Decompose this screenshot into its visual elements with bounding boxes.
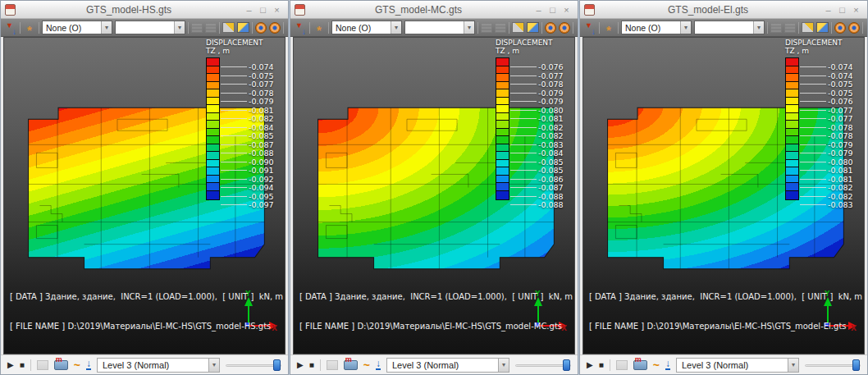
- dynamic-rotate-icon[interactable]: [545, 22, 556, 34]
- annotation-icon[interactable]: *: [313, 21, 326, 34]
- detail-level-dropdown[interactable]: Level 3 (Normal) ▾: [386, 358, 509, 373]
- orbit-icon[interactable]: [784, 23, 796, 33]
- record-video-button[interactable]: m: [344, 360, 358, 370]
- chevron-down-icon[interactable]: ▾: [208, 359, 219, 372]
- annotation-icon[interactable]: *: [23, 21, 36, 34]
- pan-icon[interactable]: [481, 23, 492, 33]
- chevron-down-icon[interactable]: ▾: [680, 21, 691, 34]
- chevron-down-icon[interactable]: ▾: [788, 359, 798, 372]
- minimize-button[interactable]: –: [532, 3, 546, 16]
- frame-slider[interactable]: [805, 358, 861, 373]
- legend-cell: [786, 89, 798, 98]
- result-type-dropdown[interactable]: None (O) ▾: [42, 21, 112, 34]
- legend-edit-icon[interactable]: [512, 22, 524, 33]
- result-type-dropdown[interactable]: None (O) ▾: [621, 21, 692, 34]
- save-image-button[interactable]: [37, 360, 48, 370]
- dynamic-view-icon[interactable]: [269, 22, 281, 34]
- titlebar[interactable]: GTS_model-HS.gts – □ ×: [1, 1, 288, 19]
- graph-button[interactable]: ~: [74, 359, 80, 371]
- chevron-down-icon[interactable]: ▾: [101, 21, 112, 34]
- legend-tick-line: [510, 66, 537, 67]
- step-dropdown[interactable]: ▾: [404, 21, 475, 34]
- toolbar-separator: [252, 22, 253, 34]
- legend-subtitle: TZ , m: [206, 47, 286, 55]
- play-button[interactable]: ▶: [297, 359, 304, 371]
- chevron-down-icon[interactable]: ▾: [464, 21, 474, 34]
- stop-button[interactable]: ■: [20, 359, 25, 371]
- legend-edit-icon[interactable]: [802, 22, 814, 33]
- chevron-down-icon[interactable]: ▾: [174, 21, 185, 34]
- dynamic-rotate-icon[interactable]: [834, 22, 846, 34]
- graph-button[interactable]: ~: [653, 359, 660, 371]
- chevron-down-icon[interactable]: ▾: [753, 21, 764, 34]
- save-image-button[interactable]: [327, 360, 338, 370]
- record-video-button[interactable]: m: [54, 360, 68, 370]
- legend-cell: [207, 113, 219, 121]
- export-button[interactable]: ↓: [665, 359, 670, 370]
- legend-cell: [496, 121, 509, 129]
- legend-value: -0.078: [828, 123, 853, 132]
- legend-label: -0.082: [221, 115, 274, 122]
- legend-edit-icon[interactable]: [222, 22, 235, 33]
- frame-slider[interactable]: [226, 358, 281, 373]
- annotation-icon[interactable]: *: [602, 21, 615, 34]
- close-button[interactable]: ×: [560, 3, 573, 16]
- capture-icon[interactable]: [237, 22, 249, 33]
- legend-tick-line: [800, 110, 826, 111]
- legend-cell: [496, 58, 509, 66]
- maximize-button[interactable]: □: [546, 3, 560, 16]
- legend-label: -0.078: [800, 124, 853, 131]
- maximize-button[interactable]: □: [835, 3, 849, 16]
- result-type-dropdown[interactable]: None (O) ▾: [331, 21, 402, 34]
- export-button[interactable]: ↓: [376, 359, 381, 370]
- frame-slider[interactable]: [515, 358, 571, 373]
- legend-value: -0.077: [828, 106, 853, 115]
- pan-icon[interactable]: [770, 23, 782, 33]
- minimize-button[interactable]: –: [242, 3, 256, 16]
- detail-level-dropdown[interactable]: Level 3 (Normal) ▾: [676, 358, 799, 373]
- legend-value: -0.092: [249, 175, 274, 184]
- slider-handle[interactable]: [563, 359, 570, 371]
- close-button[interactable]: ×: [270, 3, 284, 16]
- save-image-button[interactable]: [616, 360, 628, 370]
- viewport[interactable]: DISPLACEMENT TZ , m -0.074-0.075-0.077-0…: [3, 37, 286, 354]
- minimize-button[interactable]: –: [821, 3, 835, 16]
- titlebar[interactable]: GTS_model-El.gts – □ ×: [580, 1, 867, 19]
- step-dropdown[interactable]: ▾: [115, 21, 185, 34]
- viewport[interactable]: DISPLACEMENT TZ , m -0.076-0.077-0.078-0…: [293, 37, 575, 354]
- step-dropdown[interactable]: ▾: [694, 21, 765, 34]
- capture-icon[interactable]: [816, 22, 829, 33]
- titlebar[interactable]: GTS_model-MC.gts – □ ×: [290, 1, 578, 19]
- orbit-icon[interactable]: [205, 23, 217, 33]
- chevron-down-icon[interactable]: ▾: [498, 359, 509, 372]
- legend-label: -0.082: [510, 132, 564, 139]
- legend-tick-line: [800, 101, 826, 102]
- viewport[interactable]: DISPLACEMENT TZ , m -0.074-0.074-0.075-0…: [582, 37, 865, 354]
- stop-button[interactable]: ■: [309, 359, 314, 371]
- maximize-button[interactable]: □: [256, 3, 270, 16]
- probe-result-icon[interactable]: ▼ ↓: [294, 21, 307, 34]
- slider-handle[interactable]: [273, 359, 281, 371]
- capture-icon[interactable]: [527, 22, 539, 33]
- legend-cell: [786, 66, 798, 75]
- export-button[interactable]: ↓: [86, 359, 91, 370]
- legend-value: -0.080: [828, 158, 853, 167]
- probe-result-icon[interactable]: ▼ ↓: [583, 21, 596, 34]
- dynamic-view-icon[interactable]: [559, 22, 570, 34]
- close-button[interactable]: ×: [849, 3, 863, 16]
- pan-icon[interactable]: [191, 23, 203, 33]
- post-toolbar: ▼ ↓ * None (O) ▾ ▾: [1, 19, 288, 37]
- record-video-button[interactable]: m: [633, 360, 647, 370]
- play-button[interactable]: ▶: [7, 359, 14, 371]
- slider-handle[interactable]: [852, 359, 860, 371]
- orbit-icon[interactable]: [495, 23, 506, 33]
- probe-result-icon[interactable]: ▼ ↓: [4, 21, 17, 34]
- dynamic-view-icon[interactable]: [848, 22, 860, 34]
- graph-button[interactable]: ~: [363, 359, 370, 371]
- chevron-down-icon[interactable]: ▾: [391, 21, 401, 34]
- play-button[interactable]: ▶: [587, 359, 593, 371]
- detail-level-dropdown[interactable]: Level 3 (Normal) ▾: [97, 358, 220, 373]
- legend-label: -0.076: [800, 98, 853, 105]
- stop-button[interactable]: ■: [599, 359, 604, 371]
- dynamic-rotate-icon[interactable]: [255, 22, 267, 34]
